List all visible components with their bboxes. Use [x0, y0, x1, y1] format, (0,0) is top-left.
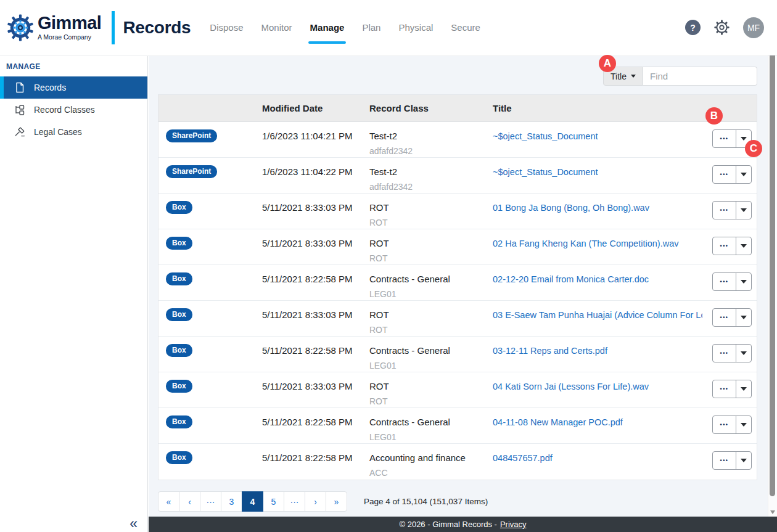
first-page-button[interactable]: «: [158, 491, 179, 512]
nav-item-dispose[interactable]: Dispose: [210, 21, 243, 34]
sidebar-item-legal-cases[interactable]: Legal Cases: [0, 121, 147, 143]
cell-actions: •••: [702, 344, 757, 362]
row-actions-dropdown-button[interactable]: [736, 345, 751, 362]
row-actions-dropdown-button[interactable]: [736, 166, 751, 183]
row-actions-dropdown-button[interactable]: [736, 452, 751, 469]
row-more-actions-button[interactable]: •••: [713, 309, 736, 326]
record-title-link[interactable]: 02 Ha Fang Kheng Kan (The Competition).w…: [493, 239, 678, 248]
page-button-4[interactable]: 4: [242, 491, 263, 512]
source-badge: Box: [166, 272, 192, 285]
record-class-code: ROT: [369, 218, 493, 227]
row-more-actions-button[interactable]: •••: [713, 166, 736, 183]
find-toolbar: Title: [603, 67, 757, 86]
column-header-title[interactable]: Title: [493, 103, 702, 113]
nav-item-manage[interactable]: Manage: [310, 21, 345, 34]
caret-down-icon: [741, 137, 747, 141]
record-title-link[interactable]: 048457657.pdf: [493, 453, 553, 463]
record-title-link[interactable]: 01 Bong Ja Bong (Bong, Oh Bong).wav: [493, 203, 649, 213]
row-actions-dropdown-button[interactable]: [736, 273, 751, 290]
gimmal-gear-logo-icon: [6, 14, 35, 42]
gimmal-logo: Gimmal A Morae Company: [0, 14, 101, 42]
table-row[interactable]: Box5/11/2021 8:22:58 PMContracts - Gener…: [158, 337, 757, 372]
cell-record-class: Contracts - GeneralLEG01: [369, 415, 493, 442]
record-title-link[interactable]: 02-12-20 Email from Monica Carter.doc: [493, 274, 649, 284]
page-summary: Page 4 of 15,104 (151,037 Items): [364, 497, 488, 506]
sidebar-item-record-classes[interactable]: Record Classes: [0, 99, 147, 121]
nav-item-monitor[interactable]: Monitor: [261, 21, 292, 34]
row-more-actions-button[interactable]: •••: [713, 416, 736, 433]
record-title-link[interactable]: 03 E-Saew Tam Punha Huajai (Advice Colum…: [493, 310, 702, 320]
brand-tagline: A Morae Company: [38, 33, 101, 41]
row-more-actions-button[interactable]: •••: [713, 380, 736, 398]
last-page-button[interactable]: »: [326, 491, 347, 512]
row-actions-dropdown-button[interactable]: [736, 416, 751, 433]
table-row[interactable]: SharePoint1/6/2023 11:04:22 PMTest-t2adf…: [158, 158, 757, 194]
table-row[interactable]: SharePoint1/6/2023 11:04:21 PMTest-t2adf…: [158, 122, 757, 158]
help-icon[interactable]: ?: [685, 20, 701, 35]
filter-field-label: Title: [610, 72, 627, 81]
cell-actions: •••: [702, 165, 757, 184]
cell-actions: •••: [702, 380, 757, 398]
row-more-actions-button[interactable]: •••: [713, 202, 736, 219]
record-title-link[interactable]: 03-12-11 Reps and Certs.pdf: [493, 346, 607, 356]
page-button-5[interactable]: 5: [263, 491, 284, 512]
sidebar-item-records[interactable]: Records: [0, 76, 147, 99]
sidebar-item-label: Records: [34, 83, 66, 92]
record-title-link[interactable]: 04-11-08 New Manager POC.pdf: [493, 417, 623, 427]
row-more-actions-button[interactable]: •••: [713, 452, 736, 469]
caret-down-icon: [741, 173, 747, 176]
caret-down-icon: [741, 280, 747, 284]
column-header-modified-date[interactable]: Modified Date: [262, 103, 369, 113]
cell-record-class: Test-t2adfafd2342: [369, 165, 493, 192]
row-actions-dropdown-button[interactable]: [736, 237, 751, 255]
privacy-link[interactable]: Privacy: [500, 520, 527, 529]
row-more-actions-button[interactable]: •••: [713, 273, 736, 290]
cell-modified-date: 5/11/2021 8:33:03 PM: [262, 380, 369, 391]
sidebar-item-label: Record Classes: [34, 105, 95, 115]
table-row[interactable]: Box5/11/2021 8:33:03 PMROTROT01 Bong Ja …: [158, 194, 757, 229]
table-row[interactable]: Box5/11/2021 8:22:58 PMContracts - Gener…: [158, 408, 757, 444]
source-badge: Box: [166, 201, 192, 214]
nav-item-plan[interactable]: Plan: [362, 21, 380, 34]
source-badge: Box: [166, 415, 192, 428]
cell-source: Box: [158, 272, 262, 285]
table-row[interactable]: Box5/11/2021 8:33:03 PMROTROT02 Ha Fang …: [158, 229, 757, 265]
cell-modified-date: 5/11/2021 8:33:03 PM: [262, 308, 369, 320]
nav-item-label: Plan: [362, 22, 380, 33]
scrollbar-thumb[interactable]: [770, 9, 775, 496]
user-avatar[interactable]: MF: [743, 17, 764, 38]
copyright-text: © 2026 - Gimmal Records -: [399, 520, 496, 529]
scrollbar-down-arrow-icon[interactable]: [770, 510, 775, 514]
column-header-record-class[interactable]: Record Class: [369, 103, 493, 113]
nav-item-physical[interactable]: Physical: [398, 21, 433, 34]
nav-item-label: Dispose: [210, 22, 243, 33]
record-class-code: LEG01: [369, 432, 493, 442]
page-button-3[interactable]: 3: [221, 491, 242, 512]
record-class-name: ROT: [369, 308, 493, 320]
record-title-link[interactable]: ~$oject_Status_Document: [493, 131, 598, 141]
table-row[interactable]: Box5/11/2021 8:22:58 PMContracts - Gener…: [158, 265, 757, 301]
previous-page-button[interactable]: ‹: [179, 491, 200, 512]
row-more-actions-button[interactable]: •••: [713, 237, 736, 255]
row-actions-dropdown-button[interactable]: [736, 309, 751, 326]
sidebar-collapse-icon[interactable]: «: [130, 517, 138, 531]
record-title-link[interactable]: ~$oject_Status_Document: [493, 167, 598, 177]
table-row[interactable]: Box5/11/2021 8:33:03 PMROTROT04 Kati Sor…: [158, 372, 757, 408]
record-class-code: ROT: [369, 396, 493, 406]
nav-item-secure[interactable]: Secure: [451, 21, 480, 34]
row-actions-dropdown-button[interactable]: [736, 202, 751, 219]
cell-record-class: Accounting and financeACC: [369, 451, 493, 478]
next-page-button[interactable]: ›: [305, 491, 326, 512]
table-row[interactable]: Box5/11/2021 8:22:58 PMAccounting and fi…: [158, 444, 757, 480]
record-title-link[interactable]: 04 Kati Sorn Jai (Lessons For Life).wav: [493, 382, 649, 391]
row-more-actions-button[interactable]: •••: [713, 130, 736, 147]
record-class-name: ROT: [369, 201, 493, 213]
find-input[interactable]: [643, 67, 757, 86]
row-actions-dropdown-button[interactable]: [736, 380, 751, 398]
nav-item-label: Secure: [451, 22, 480, 33]
record-class-name: ROT: [369, 237, 493, 248]
settings-gear-icon[interactable]: [713, 19, 730, 36]
row-more-actions-button[interactable]: •••: [713, 345, 736, 362]
table-row[interactable]: Box5/11/2021 8:33:03 PMROTROT03 E-Saew T…: [158, 301, 757, 337]
cell-actions: •••: [702, 415, 757, 434]
